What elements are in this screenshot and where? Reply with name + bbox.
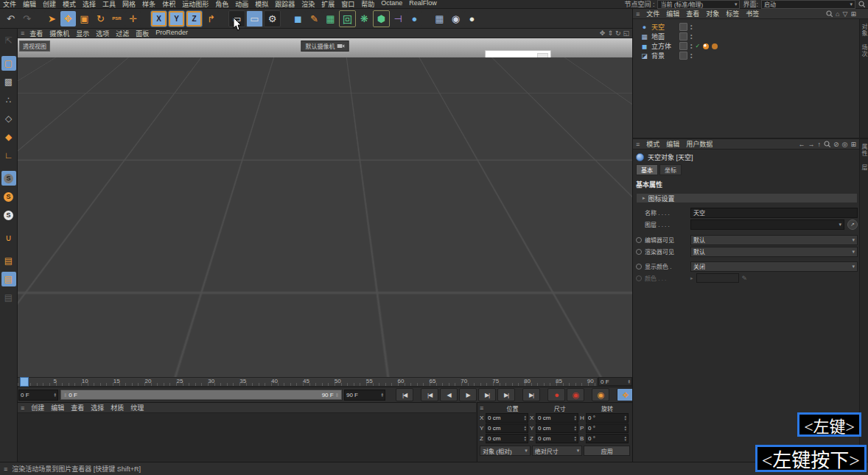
psr-tool[interactable]: PSR bbox=[109, 11, 125, 27]
redo-button[interactable]: ↷ bbox=[19, 11, 35, 27]
edges-mode-button[interactable]: ◇ bbox=[1, 111, 16, 126]
om-menu-item[interactable]: 标签 bbox=[726, 9, 739, 18]
flyout-cloud-group[interactable]: ☁云组 bbox=[550, 87, 615, 97]
current-frame-spinner[interactable]: 0 F ▴▾ bbox=[18, 390, 58, 401]
name-input[interactable]: 天空 bbox=[690, 208, 858, 218]
polygons-mode-button[interactable]: ◆ bbox=[1, 130, 16, 144]
main-menu-item[interactable]: 创建 bbox=[43, 0, 56, 9]
flyout-header[interactable] bbox=[485, 50, 551, 66]
live-selection-tool[interactable]: ➤ bbox=[44, 11, 60, 27]
viewport-dolly-icon[interactable]: ⇕ bbox=[607, 29, 613, 37]
am-lock-icon[interactable]: ⊘ bbox=[833, 141, 839, 148]
am-menu-burger-icon[interactable]: ≡ bbox=[636, 141, 640, 148]
coordinate-system-button[interactable]: ↱ bbox=[203, 11, 219, 27]
main-menu-item[interactable]: 编辑 bbox=[23, 0, 36, 9]
size-y-field[interactable]: 0 cm▴▾ bbox=[536, 423, 578, 433]
visibility-dots[interactable]: •• bbox=[690, 34, 692, 39]
keyframe-ring-icon[interactable] bbox=[636, 249, 642, 255]
add-subdivision-surface-button[interactable]: ▦ bbox=[323, 11, 338, 27]
goto-end-button[interactable]: ▶| bbox=[522, 388, 540, 401]
viewport-menu-item[interactable]: 面板 bbox=[136, 29, 149, 38]
undo-button[interactable]: ↶ bbox=[3, 11, 18, 27]
visibility-dots[interactable]: •• bbox=[690, 24, 692, 29]
autokey-button[interactable]: ◉ bbox=[567, 388, 584, 401]
goto-start-button[interactable]: |◀ bbox=[396, 388, 413, 401]
timeline-frame-field[interactable]: 0 F ▴▾ bbox=[598, 377, 632, 386]
snap-modes-button[interactable]: S bbox=[1, 189, 16, 204]
om-filter-icon[interactable]: ▽ bbox=[843, 10, 848, 18]
apply-button[interactable]: 应用 bbox=[584, 446, 630, 456]
om-search-icon[interactable] bbox=[826, 10, 833, 17]
tab-basic[interactable]: 基本 bbox=[636, 164, 658, 175]
flyout-cloud-paint[interactable]: ☁云绘制工具 bbox=[550, 77, 615, 88]
viewport-menu-burger-icon[interactable]: ≡ bbox=[21, 29, 24, 37]
position-x-field[interactable]: 0 cm▴▾ bbox=[486, 413, 528, 423]
object-tag-box[interactable] bbox=[679, 52, 687, 60]
add-clone-button[interactable]: ⬢ bbox=[373, 10, 390, 27]
main-menu-item[interactable]: Octane bbox=[381, 0, 402, 9]
viewport-menu-item[interactable]: 摄像机 bbox=[49, 29, 69, 38]
am-menu-item[interactable]: 编辑 bbox=[666, 139, 679, 149]
tab-coordinates[interactable]: 坐标 bbox=[659, 164, 682, 175]
flyout-stage[interactable]: ▬舞台 bbox=[486, 117, 550, 127]
visibility-dots[interactable]: •• bbox=[690, 43, 692, 49]
object-row-sky[interactable]: ● 天空 •• bbox=[633, 22, 868, 32]
play-button[interactable]: ▶ bbox=[459, 388, 477, 401]
main-menu-item[interactable]: 窗口 bbox=[341, 0, 354, 9]
keyframe-ring-icon[interactable] bbox=[636, 237, 642, 243]
om-menu-item[interactable]: 书签 bbox=[746, 9, 759, 18]
timeline-playhead[interactable] bbox=[20, 377, 29, 387]
am-up-icon[interactable]: ↑ bbox=[818, 141, 822, 148]
om-menu-item[interactable]: 编辑 bbox=[666, 9, 679, 18]
add-spline-button[interactable]: ✎ bbox=[307, 11, 322, 27]
flyout-environment[interactable]: ▣环境 bbox=[486, 87, 550, 97]
viewport-menu-item[interactable]: 过滤 bbox=[116, 29, 129, 38]
main-menu-item[interactable]: 运动图形 bbox=[182, 0, 209, 9]
search-icon[interactable] bbox=[858, 1, 865, 7]
add-light-button[interactable]: ● bbox=[464, 11, 480, 27]
object-tag-box[interactable] bbox=[679, 42, 687, 50]
object-row-background[interactable]: ◪ 背景 •• bbox=[633, 51, 868, 60]
enable-snap-button[interactable]: S bbox=[1, 171, 16, 186]
layer-input[interactable]: ▾ bbox=[690, 219, 844, 230]
keyframe-ring-icon[interactable] bbox=[636, 264, 642, 270]
main-menu-item[interactable]: 跟踪器 bbox=[275, 0, 295, 9]
main-menu-item[interactable]: RealFlow bbox=[409, 0, 437, 9]
editor-visibility-dropdown[interactable]: 默认▾ bbox=[690, 235, 858, 245]
node-space-dropdown[interactable]: 当前 (标准/物理)▾ bbox=[657, 0, 740, 9]
flyout-background[interactable]: ◪背景 bbox=[486, 107, 550, 117]
tab-layers[interactable]: 层 bbox=[860, 164, 868, 171]
am-search-icon[interactable] bbox=[824, 141, 830, 147]
tab-attributes[interactable]: 属性 bbox=[860, 144, 868, 157]
main-menu-item[interactable]: 扩展 bbox=[321, 0, 335, 9]
am-forward-icon[interactable]: → bbox=[808, 141, 815, 148]
add-cube-button[interactable]: ◼ bbox=[290, 11, 306, 27]
rotate-tool[interactable]: ↻ bbox=[93, 11, 108, 27]
flyout-connect-cloud[interactable]: ☁连接云 bbox=[550, 107, 615, 117]
flyout-cloud[interactable]: ☁云 bbox=[550, 97, 615, 108]
material-menu-item[interactable]: 选择 bbox=[91, 403, 104, 412]
viewport-menu-item[interactable]: 显示 bbox=[76, 29, 89, 38]
move-tool[interactable]: ✥ bbox=[60, 11, 76, 27]
texture-mode-button[interactable]: ▩ bbox=[1, 74, 16, 89]
viewport-toggle-icon[interactable]: ◱ bbox=[623, 29, 629, 37]
viewport-menu-item[interactable]: ProRender bbox=[155, 29, 188, 38]
rotation-p-field[interactable]: 0 °▴▾ bbox=[586, 423, 629, 433]
viewport-canvas[interactable]: y x z 透视视图 默认摄像机 网格间距 : 100 cm ▦地面●天空▣环境… bbox=[18, 38, 632, 377]
am-add-icon[interactable]: ⊞ bbox=[850, 141, 856, 148]
tab-takes[interactable]: 场次 bbox=[860, 44, 868, 57]
viewport-pan-icon[interactable]: ✥ bbox=[600, 29, 606, 37]
axis-mode-button[interactable]: ∟ bbox=[1, 148, 16, 163]
main-menu-item[interactable]: 工具 bbox=[102, 0, 116, 9]
main-menu-item[interactable]: 模拟 bbox=[255, 0, 268, 9]
main-menu-item[interactable]: 体积 bbox=[162, 0, 175, 9]
render-visibility-dropdown[interactable]: 默认▾ bbox=[690, 247, 858, 257]
phong-tag-icon[interactable] bbox=[703, 43, 709, 49]
rotation-b-field[interactable]: 0 °▴▾ bbox=[586, 434, 629, 443]
main-menu-item[interactable]: 模式 bbox=[63, 0, 76, 9]
workplane-button[interactable]: ▤ bbox=[1, 253, 16, 268]
lock-z-axis-button[interactable]: Z bbox=[186, 10, 203, 27]
position-y-field[interactable]: 0 cm▴▾ bbox=[486, 423, 528, 433]
frame-range-slider[interactable]: ‖0 F 90 F‖ bbox=[60, 389, 343, 401]
flyout-foreground[interactable]: ◰前景 bbox=[486, 97, 550, 108]
